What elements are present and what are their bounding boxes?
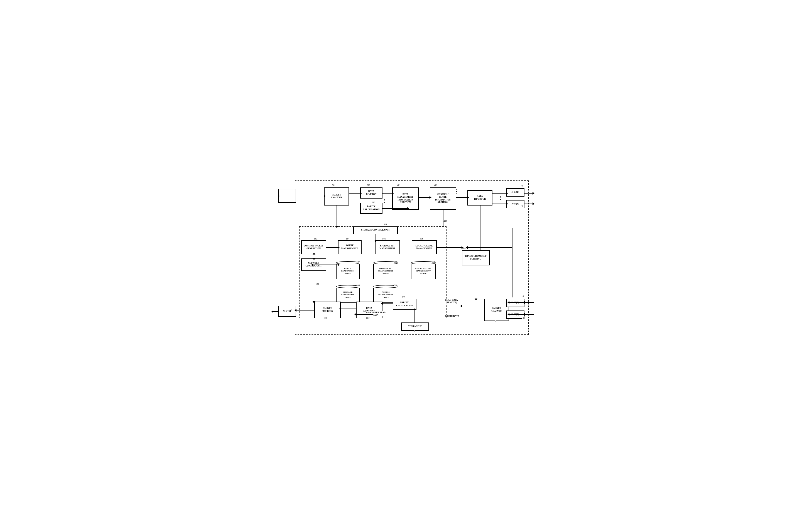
ref-2: 2 xyxy=(291,309,292,311)
arrow-sif-to-da xyxy=(414,310,415,322)
dots-dt xyxy=(500,196,501,201)
ref-402: 402 xyxy=(434,184,438,187)
arrow-out-u-if-t xyxy=(273,311,278,312)
arrow-cr-down xyxy=(443,210,443,226)
dots-401 xyxy=(418,189,419,196)
cylinder-body-511: LOCAL VOLUMEMANAGEMENTTABLE xyxy=(411,264,436,279)
dots-402b xyxy=(456,189,457,197)
arrow-in-nifr-top xyxy=(524,302,534,303)
arrow-u-if-r-to-packet-analysis xyxy=(296,196,324,196)
read-data-remote: READ DATA(REMOTE) xyxy=(445,299,458,304)
arrow-pc-to-dmi xyxy=(382,208,408,209)
arrow-ncu-down xyxy=(314,271,314,302)
control-route-info-box: CONTROL/ROUTEINFORMATIONADDITION xyxy=(430,188,456,210)
ref-509: 509 xyxy=(394,261,398,263)
ref-503: 503 xyxy=(316,283,319,285)
arrow-pc-to-da xyxy=(382,303,393,304)
ref-505: 505 xyxy=(382,237,386,240)
ref-602: 602 xyxy=(366,317,370,319)
packet-analysis-bot-box: PACKETANALYSIS xyxy=(484,299,509,321)
ref-1: 1 xyxy=(279,185,280,188)
ref-506: 506 xyxy=(420,237,424,240)
arrow-localdata-to-dt xyxy=(467,247,512,248)
ref-601: 601 xyxy=(324,317,327,319)
ref-510: 510 xyxy=(394,284,398,287)
local-vol-mgmt-box: LOCAL VOLUMEMANAGEMENT xyxy=(412,240,437,254)
ref-511: 511 xyxy=(432,261,435,263)
storage-control-unit-box: STORAGE CONTROL UNIT xyxy=(353,226,398,234)
parity-calc-top-box: PARITYCALCULATION xyxy=(360,203,382,214)
u-if-t-box: U-IF(T) xyxy=(278,306,296,317)
arrow-da-to-pb xyxy=(341,309,356,309)
arrow-lvm-to-tp xyxy=(437,247,462,248)
ref-403: 403 xyxy=(444,220,447,223)
arrow-in-nifr-bot xyxy=(524,314,534,315)
arrow-pa-bot-to-tp xyxy=(462,306,484,306)
subscriber-read-label: SUBSCRIBER READDATA xyxy=(366,311,385,316)
arrow-dt-to-tp xyxy=(480,205,481,250)
local-data-line xyxy=(512,228,513,297)
arrow-cri-to-dt xyxy=(456,197,467,198)
data-division-box: DATADIVISION xyxy=(360,188,382,199)
packet-building-box: PACKETBUILDING xyxy=(314,302,341,318)
n-if-t-top-box: N-IF(T) xyxy=(506,188,524,197)
data-transfer-box: DATATRANSFER xyxy=(467,190,492,205)
storage-if-box: STORAGE IF xyxy=(401,322,429,331)
arrow-dt-to-nift-top xyxy=(492,193,506,194)
ref-9-bot: 9 xyxy=(522,205,523,207)
arrow-tp-down xyxy=(476,265,476,299)
cylinder-body-508: STORAGEEVALUATIONTABLE xyxy=(336,288,360,303)
data-mgmt-info-box: DATAMANAGEMENTINFORMATIONADDITION xyxy=(392,188,419,210)
arrow-dmi-to-cri xyxy=(419,197,430,198)
ref-10-bot: 10 xyxy=(522,317,524,319)
parity-calc-bot-box: PARITYCALCULATION xyxy=(393,299,416,310)
ref-10-top: 10 xyxy=(522,295,524,298)
ref-508: 508 xyxy=(356,284,360,287)
diagram: 1 PACKETANALYSIS 301 DATADIVISION 302 PA… xyxy=(272,172,540,339)
ref-7: 7 xyxy=(495,320,496,322)
packet-analysis-top-box: PACKETANALYSIS xyxy=(324,188,349,205)
cylinder-body-509: STORAGE SETMANAGEMENTTARIF xyxy=(373,264,398,279)
ref-603: 603 xyxy=(402,296,405,299)
control-packet-gen-box: CONTROL PACKETGENERATION xyxy=(301,240,326,254)
transfer-packet-box: TRANSFER PACKETBUILDING xyxy=(462,250,490,265)
ref-507: 507 xyxy=(356,261,360,263)
arrow-scu-down xyxy=(376,234,376,240)
ref-502: 502 xyxy=(314,237,318,240)
ref-9-top: 9 xyxy=(522,184,523,187)
u-if-r-box xyxy=(278,189,296,203)
ref-301: 301 xyxy=(332,184,336,187)
arrow-cpg-to-ncu xyxy=(314,254,314,258)
route-eval-table: ROUTEEVALUATIONTARIF xyxy=(336,260,360,281)
arrow-pa-to-dd xyxy=(349,193,360,194)
ref-504: 504 xyxy=(346,237,350,240)
cylinder-body-507: ROUTEEVALUATIONTARIF xyxy=(336,264,360,279)
route-mgmt-box: ROUTEMANAGEMENT xyxy=(338,240,361,254)
arrow-dt-to-nift-bot xyxy=(492,204,506,204)
storage-eval-table: STORAGEEVALUATIONTABLE xyxy=(336,283,360,304)
arrow-pb-to-uift xyxy=(296,310,314,311)
ref-303: 303 xyxy=(372,201,376,204)
arrow-ncu-double xyxy=(313,264,338,265)
arrow-sub-to-da xyxy=(356,314,373,315)
arrow-in-u-if-r xyxy=(273,196,278,196)
storage-set-mgmt-box: STORAGE SETMANAGEMENT xyxy=(375,240,400,254)
ref-501: 501 xyxy=(384,223,387,226)
arrow-cpg-to-rm xyxy=(326,247,338,248)
ref-401: 401 xyxy=(397,184,401,187)
dots-402 xyxy=(384,199,385,206)
arrow-dd-to-dmi xyxy=(382,193,392,194)
arrow-nift-out2 xyxy=(524,204,533,204)
arrow-nift-out1 xyxy=(524,193,533,194)
ref-8: 8 xyxy=(414,330,415,333)
ref-302: 302 xyxy=(367,184,371,187)
write-data: WRITE DATA xyxy=(445,315,459,317)
arrow-pa-to-cu xyxy=(337,205,337,226)
